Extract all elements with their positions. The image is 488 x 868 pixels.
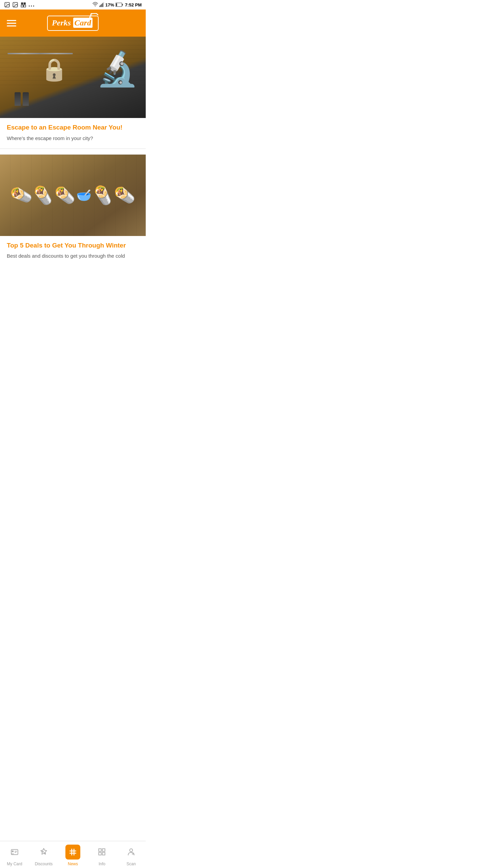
info-icon xyxy=(98,848,106,856)
time: 7:52 PM xyxy=(125,2,142,7)
svg-rect-12 xyxy=(102,3,103,7)
svg-rect-10 xyxy=(100,5,101,7)
svg-point-30 xyxy=(130,849,133,852)
svg-rect-19 xyxy=(11,853,14,854)
svg-point-18 xyxy=(12,850,14,852)
chain-graphic xyxy=(7,53,73,54)
svg-rect-33 xyxy=(132,854,134,854)
news-icon-wrap xyxy=(65,845,80,860)
flipboard-icon xyxy=(20,2,26,8)
bottles-graphic xyxy=(15,92,29,106)
padlock-graphic: 🔒 xyxy=(41,57,68,82)
app-logo: Perks Card xyxy=(47,16,99,31)
news-icon xyxy=(68,848,77,856)
svg-rect-20 xyxy=(15,851,17,851)
my-card-icon xyxy=(10,848,19,856)
discounts-icon xyxy=(39,848,48,856)
nav-label-discounts: Discounts xyxy=(35,862,53,866)
svg-rect-4 xyxy=(21,2,23,4)
article-title[interactable]: Escape to an Escape Room Near You! xyxy=(7,123,139,132)
svg-rect-31 xyxy=(132,853,134,853)
svg-rect-9 xyxy=(99,6,100,7)
bottom-navigation: My Card Discounts News xyxy=(0,841,146,868)
nav-item-scan[interactable]: Scan xyxy=(117,842,146,868)
status-icons-left: ... xyxy=(4,2,35,8)
svg-point-8 xyxy=(95,6,96,6)
svg-rect-13 xyxy=(103,2,104,7)
article-image: 🌯 🌯 🌯 🥣 🌯 🌯 xyxy=(0,155,146,236)
food-graphic: 🌯 🌯 🌯 🥣 🌯 🌯 xyxy=(0,155,146,236)
svg-rect-6 xyxy=(21,5,23,7)
svg-rect-11 xyxy=(101,4,102,7)
photo-icon xyxy=(4,2,10,8)
svg-rect-32 xyxy=(132,853,134,854)
svg-rect-28 xyxy=(99,852,101,855)
nav-item-discounts[interactable]: Discounts xyxy=(29,842,58,868)
article-subtitle: Where's the escape room in your city? xyxy=(7,135,139,142)
status-icons-right: 17% 7:52 PM xyxy=(93,2,142,7)
nav-label-scan: Scan xyxy=(126,862,136,866)
svg-point-1 xyxy=(6,3,6,4)
info-icon-wrap xyxy=(95,845,109,860)
article-card[interactable]: 🔒 🔬 Escape to an Escape Room Near You! W… xyxy=(0,37,146,149)
svg-rect-26 xyxy=(99,849,101,851)
microscope-graphic: 🔬 xyxy=(96,49,139,89)
more-dots: ... xyxy=(28,2,35,8)
svg-rect-15 xyxy=(116,3,117,6)
app-header: Perks Card xyxy=(0,9,146,37)
svg-point-3 xyxy=(14,3,15,4)
article-title[interactable]: Top 5 Deals to Get You Through Winter xyxy=(7,241,139,250)
article-subtitle: Best deals and discounts to get you thro… xyxy=(7,252,139,260)
hamburger-menu[interactable] xyxy=(7,20,16,26)
svg-rect-21 xyxy=(15,852,16,853)
status-bar: ... 17% 7:52 PM xyxy=(0,0,146,9)
article-text: Escape to an Escape Room Near You! Where… xyxy=(0,118,146,142)
battery-icon xyxy=(116,2,123,7)
nav-label-news: News xyxy=(68,862,78,866)
nav-item-news[interactable]: News xyxy=(58,842,87,868)
svg-rect-29 xyxy=(102,852,105,855)
logo-pages-icon xyxy=(88,13,99,20)
signal-icon xyxy=(99,2,104,7)
wifi-icon xyxy=(93,2,98,7)
svg-rect-5 xyxy=(24,2,26,4)
svg-rect-16 xyxy=(122,4,123,6)
logo-text: Perks xyxy=(52,18,71,27)
article-card[interactable]: 🌯 🌯 🌯 🥣 🌯 🌯 Top 5 Deals to Get You Throu… xyxy=(0,155,146,261)
scan-icon-wrap xyxy=(124,845,139,860)
svg-rect-27 xyxy=(102,849,105,851)
discounts-icon-wrap xyxy=(36,845,51,860)
nav-label-my-card: My Card xyxy=(7,862,22,866)
nav-label-info: Info xyxy=(99,862,105,866)
content-area: 🔒 🔬 Escape to an Escape Room Near You! W… xyxy=(0,37,146,288)
my-card-icon-wrap xyxy=(7,845,22,860)
svg-rect-7 xyxy=(24,5,26,7)
article-image: 🔒 🔬 xyxy=(0,37,146,118)
gallery-icon xyxy=(12,2,18,8)
scan-icon xyxy=(127,848,136,856)
battery-percentage: 17% xyxy=(105,2,114,7)
nav-item-info[interactable]: Info xyxy=(87,842,117,868)
article-text: Top 5 Deals to Get You Through Winter Be… xyxy=(0,236,146,261)
nav-item-my-card[interactable]: My Card xyxy=(0,842,29,868)
